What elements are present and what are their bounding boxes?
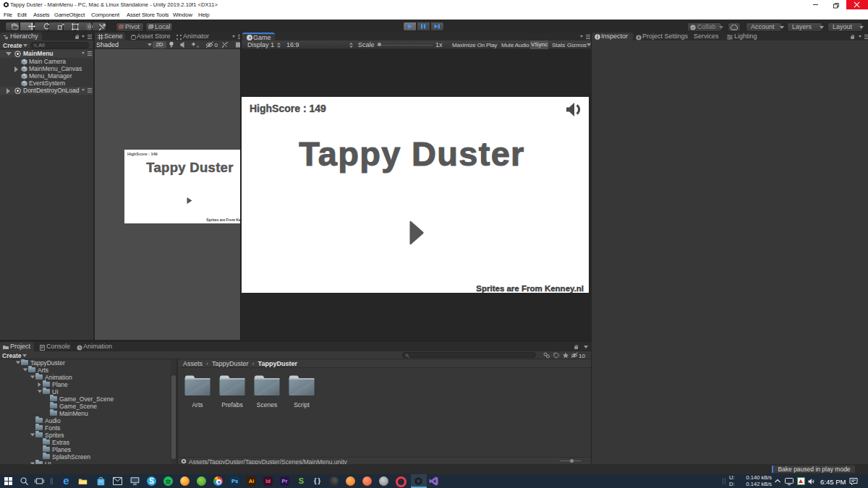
svg-text:0: 0 [215, 42, 218, 48]
svg-text:10: 10 [579, 353, 585, 359]
